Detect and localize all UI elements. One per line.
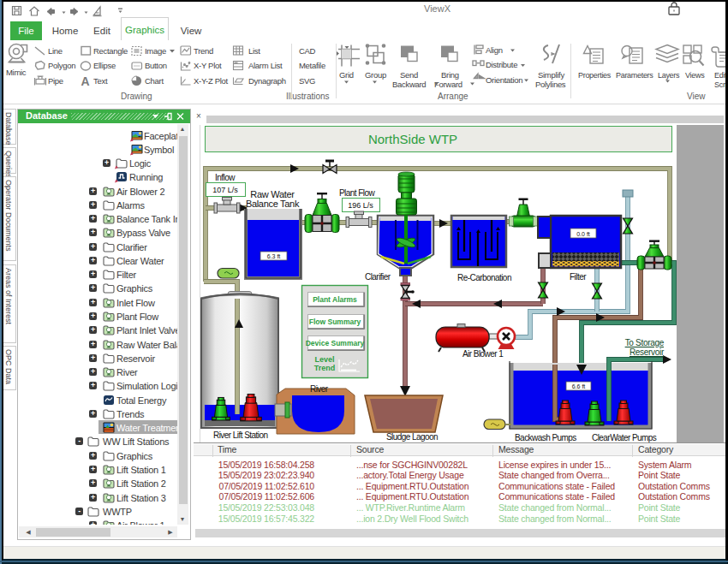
svg-text:ClearWater Pumps: ClearWater Pumps bbox=[592, 433, 657, 442]
svg-text:Line: Line bbox=[48, 46, 63, 56]
svg-text:To Storage: To Storage bbox=[625, 338, 665, 347]
svg-text:A: A bbox=[81, 74, 90, 88]
svg-text:Inflow: Inflow bbox=[215, 173, 236, 182]
svg-text:ViewX: ViewX bbox=[424, 3, 451, 14]
svg-text:Send: Send bbox=[400, 70, 418, 80]
svg-text:Plant Alarms: Plant Alarms bbox=[313, 295, 357, 304]
svg-text:Simplify: Simplify bbox=[538, 70, 564, 80]
svg-text:Orientation: Orientation bbox=[486, 75, 522, 85]
svg-text:Clarifier: Clarifier bbox=[365, 272, 391, 282]
svg-text:List: List bbox=[248, 46, 260, 56]
svg-text:Align: Align bbox=[486, 45, 503, 55]
svg-text:Backward: Backward bbox=[392, 80, 426, 89]
svg-text:Script: Script bbox=[714, 80, 726, 89]
svg-text:Rectangle: Rectangle bbox=[93, 46, 128, 56]
svg-text:Chart: Chart bbox=[145, 76, 164, 86]
svg-text:Sludge Lagoon: Sludge Lagoon bbox=[386, 432, 438, 442]
svg-text:Re-Carbonation: Re-Carbonation bbox=[457, 273, 511, 282]
svg-text:Alarm List: Alarm List bbox=[248, 61, 283, 70]
svg-text:Button: Button bbox=[145, 61, 167, 70]
svg-text:Pipe: Pipe bbox=[48, 76, 63, 86]
svg-text:Trend: Trend bbox=[314, 364, 336, 372]
svg-text:Views: Views bbox=[685, 71, 705, 80]
svg-text:Image: Image bbox=[145, 46, 166, 56]
svg-text:Bring: Bring bbox=[441, 70, 459, 80]
svg-text:Air Blower 1: Air Blower 1 bbox=[462, 349, 504, 359]
svg-text:Layers: Layers bbox=[658, 71, 680, 80]
svg-text:Text: Text bbox=[93, 76, 108, 86]
svg-text:Backwash Pumps: Backwash Pumps bbox=[515, 433, 576, 442]
svg-text:196 L/s: 196 L/s bbox=[348, 201, 373, 210]
svg-text:X-Y-Z Plot: X-Y-Z Plot bbox=[194, 76, 229, 86]
svg-text:Polygon: Polygon bbox=[48, 61, 75, 70]
svg-text:CAD: CAD bbox=[299, 46, 316, 56]
svg-text:6.3 ft: 6.3 ft bbox=[267, 253, 281, 259]
svg-text:Dynagraph: Dynagraph bbox=[248, 76, 286, 86]
svg-text:Plant Flow: Plant Flow bbox=[339, 188, 376, 198]
svg-text:Properties: Properties bbox=[578, 71, 612, 80]
svg-text:6.6 ft: 6.6 ft bbox=[572, 383, 586, 389]
svg-text:Parameters: Parameters bbox=[616, 71, 653, 80]
svg-text:0.0 ft: 0.0 ft bbox=[576, 231, 590, 237]
svg-text:Balance Tank: Balance Tank bbox=[246, 199, 300, 209]
svg-text:Group: Group bbox=[365, 70, 386, 80]
svg-text:Illustrations: Illustrations bbox=[286, 92, 330, 101]
svg-text:Device Summary: Device Summary bbox=[306, 339, 365, 347]
svg-text:Forward: Forward bbox=[434, 80, 462, 89]
svg-text:Trend: Trend bbox=[194, 46, 213, 56]
svg-text:Mimic: Mimic bbox=[6, 68, 27, 77]
svg-text:Reservoir: Reservoir bbox=[630, 347, 665, 357]
svg-text:Ellipse: Ellipse bbox=[93, 61, 116, 70]
svg-text:Distribute: Distribute bbox=[486, 60, 517, 69]
svg-text:Filter: Filter bbox=[570, 272, 587, 282]
svg-text:Polylines: Polylines bbox=[535, 80, 566, 89]
svg-text:107 L/s: 107 L/s bbox=[212, 186, 238, 194]
svg-text:Edit: Edit bbox=[714, 71, 726, 80]
svg-text:NorthSide WTP: NorthSide WTP bbox=[368, 132, 457, 146]
svg-text:Metafile: Metafile bbox=[299, 61, 325, 70]
svg-text:Arrange: Arrange bbox=[438, 92, 468, 101]
svg-text:Grid: Grid bbox=[339, 70, 354, 80]
svg-text:River Lift Station: River Lift Station bbox=[213, 430, 267, 440]
svg-text:SVG: SVG bbox=[299, 76, 315, 86]
svg-text:Level: Level bbox=[314, 355, 334, 364]
svg-text:X-Y Plot: X-Y Plot bbox=[194, 61, 222, 70]
svg-text:×: × bbox=[196, 111, 201, 121]
svg-text:River: River bbox=[310, 384, 329, 394]
svg-text:View: View bbox=[687, 92, 706, 101]
svg-text:Flow Summary: Flow Summary bbox=[309, 318, 361, 326]
svg-text:Drawing: Drawing bbox=[121, 92, 152, 101]
